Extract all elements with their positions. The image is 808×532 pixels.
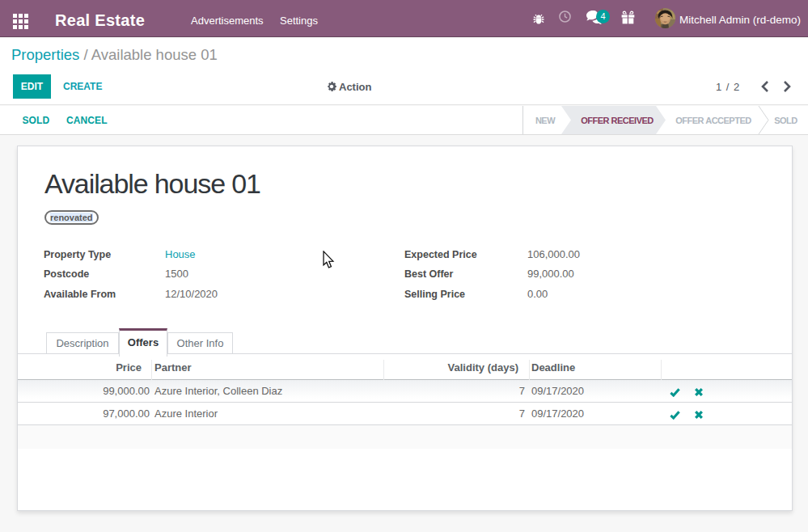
- svg-text:OFFER ACCEPTED: OFFER ACCEPTED: [675, 116, 751, 125]
- svg-text:NEW: NEW: [535, 116, 556, 125]
- svg-text:OFFER RECEIVED: OFFER RECEIVED: [581, 116, 654, 125]
- svg-text:SOLD: SOLD: [774, 116, 797, 125]
